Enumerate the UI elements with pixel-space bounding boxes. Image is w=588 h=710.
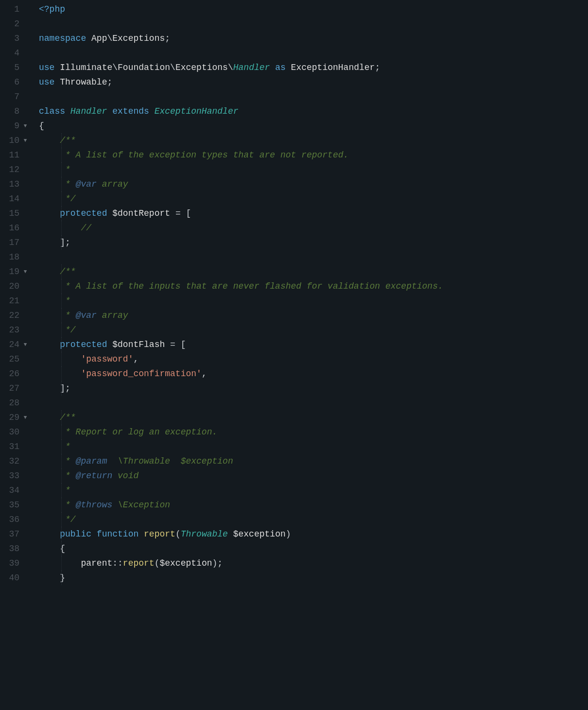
code-line[interactable]: namespace App\Exceptions; [39,31,588,46]
fold-toggle-icon[interactable]: ▼ [21,133,29,148]
gutter-line: 20 [0,279,30,294]
fold-toggle-icon[interactable]: ▼ [21,410,29,425]
code-text: 'password', [39,354,138,364]
code-line[interactable]: * [39,294,588,308]
code-line[interactable]: * @var array [39,177,588,191]
fold-toggle-icon[interactable]: ▼ [21,337,29,352]
token: ( [155,558,160,568]
indent-guide [61,294,62,308]
code-line[interactable]: * @throws \Exception [39,498,588,512]
token: ExceptionHandler [155,106,239,116]
code-line[interactable]: * Report or log an exception. [39,425,588,439]
code-line[interactable]: class Handler extends ExceptionHandler [39,104,588,119]
line-number: 10 [6,133,19,148]
code-line[interactable] [39,250,588,264]
gutter-line: 17 [0,235,30,250]
code-line[interactable]: * [39,162,588,177]
line-number: 34 [6,483,19,498]
code-line[interactable]: } [39,571,588,585]
indent-guide [61,425,62,439]
token: ; [165,34,170,43]
code-line[interactable]: <?php [39,2,588,17]
indent-guide [61,454,62,468]
token: 'password_confirmation' [81,369,201,379]
code-line[interactable]: 'password', [39,352,588,366]
code-line[interactable]: ]; [39,381,588,396]
gutter-line: 40 [0,571,30,585]
gutter-line: 14 [0,191,30,206]
code-text: * [39,296,70,306]
code-line[interactable]: protected $dontReport = [ [39,206,588,221]
gutter-line: 31 [0,439,30,454]
code-line[interactable] [39,396,588,410]
gutter-line: 9▼ [0,119,30,133]
code-text: ]; [39,238,70,247]
token: * A list of the exception types that are… [60,150,348,160]
code-line[interactable]: ]; [39,235,588,250]
token [228,529,233,539]
code-line[interactable]: * A list of the exception types that are… [39,148,588,162]
line-number: 1 [6,2,19,17]
code-line[interactable]: use Throwable; [39,75,588,89]
line-number: 9 [6,119,19,133]
token: Handler [233,63,270,72]
token: $dontFlash [112,340,165,349]
token: function [97,529,144,539]
fold-toggle-icon[interactable]: ▼ [21,119,29,133]
indent-guide [61,221,62,235]
line-number: 39 [6,556,19,571]
code-line[interactable] [39,17,588,31]
token: :: [112,558,123,568]
token: * [60,456,75,466]
code-line[interactable]: * [39,439,588,454]
token: Handler [70,106,107,116]
token: @var [76,311,97,320]
token: ; [217,558,223,568]
gutter-line: 35 [0,498,30,512]
gutter-line: 1 [0,2,30,17]
code-line[interactable]: * @return void [39,468,588,483]
gutter-line: 22 [0,308,30,323]
code-line[interactable]: * @var array [39,308,588,323]
code-line[interactable]: { [39,119,588,133]
code-line[interactable] [39,46,588,60]
code-line[interactable]: */ [39,512,588,527]
fold-toggle-icon[interactable]: ▼ [21,264,29,279]
gutter-line: 18 [0,250,30,264]
token: $exception [159,558,212,568]
code-area[interactable]: <?phpnamespace App\Exceptions;use Illumi… [32,2,588,710]
code-line[interactable]: 'password_confirmation', [39,366,588,381]
code-line[interactable]: protected $dontFlash = [ [39,337,588,352]
gutter-line: 24▼ [0,337,30,352]
code-line[interactable]: * [39,483,588,498]
code-line[interactable]: // [39,221,588,235]
code-line[interactable]: parent::report($exception); [39,556,588,571]
line-number: 35 [6,498,19,512]
token: \ [107,34,112,43]
code-line[interactable]: * A list of the inputs that are never fl… [39,279,588,294]
code-line[interactable]: */ [39,191,588,206]
code-text: parent::report($exception); [39,558,223,568]
indent-guide [61,308,62,323]
code-line[interactable]: /** [39,264,588,279]
code-text: use Throwable; [39,77,112,87]
gutter-line: 4 [0,46,30,60]
code-line[interactable]: */ [39,323,588,337]
code-line[interactable]: * @param \Throwable $exception [39,454,588,468]
token: class [39,106,70,116]
code-line[interactable] [39,89,588,104]
token: ; [107,77,112,87]
token: \ [228,63,233,72]
code-line[interactable]: /** [39,410,588,425]
token: * [60,471,75,481]
code-line[interactable]: { [39,541,588,556]
token: ) [212,558,218,568]
code-line[interactable]: /** [39,133,588,148]
line-number: 24 [6,337,19,352]
token: 'password' [81,354,133,364]
code-editor[interactable]: 123456789▼10▼111213141516171819▼20212223… [0,0,588,710]
code-line[interactable]: public function report(Throwable $except… [39,527,588,541]
code-line[interactable]: use Illuminate\Foundation\Exceptions\Han… [39,60,588,75]
gutter-line: 19▼ [0,264,30,279]
gutter-line: 7 [0,89,30,104]
